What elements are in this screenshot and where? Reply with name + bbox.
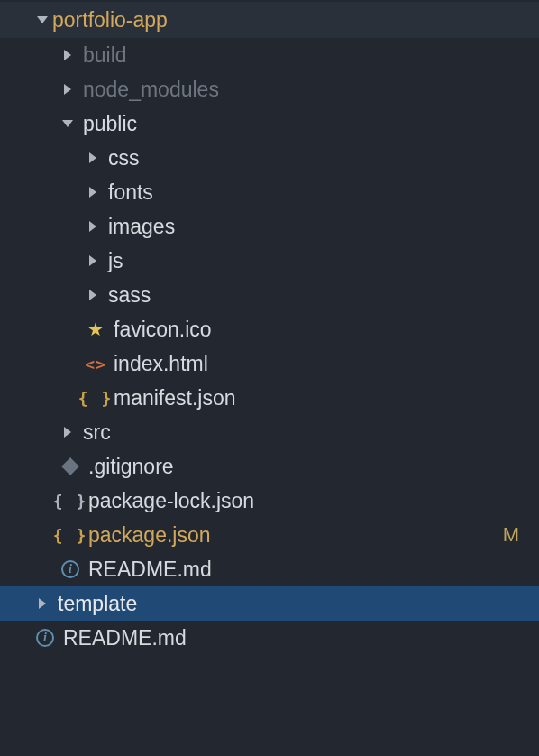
diamond-icon xyxy=(61,457,79,475)
file-label: README.md xyxy=(63,626,187,650)
json-icon: { } xyxy=(78,389,114,408)
chevron-right-icon xyxy=(64,84,71,95)
folder-label: src xyxy=(83,420,111,445)
chevron-right-icon xyxy=(64,427,71,438)
folder-label: css xyxy=(108,146,140,171)
folder-row[interactable]: css xyxy=(0,141,539,175)
file-label: index.html xyxy=(114,352,208,376)
tree-root-row[interactable]: portfolio-app xyxy=(0,2,539,38)
file-row[interactable]: <>index.html xyxy=(0,346,539,381)
folder-label: public xyxy=(83,112,137,136)
folder-label: sass xyxy=(108,283,151,308)
folder-label: js xyxy=(108,249,123,273)
modified-status: M xyxy=(503,523,519,547)
file-row[interactable]: iREADME.md xyxy=(0,621,539,655)
file-row[interactable]: .gitignore xyxy=(0,449,539,484)
chevron-right-icon xyxy=(89,290,96,300)
file-label: package.json xyxy=(88,523,211,548)
folder-label: build xyxy=(83,43,127,68)
json-icon: { } xyxy=(53,492,88,511)
chevron-right-icon xyxy=(89,221,96,232)
file-label: package-lock.json xyxy=(88,489,254,513)
folder-row[interactable]: js xyxy=(0,244,539,278)
file-row[interactable]: ★favicon.ico xyxy=(0,312,539,346)
file-row[interactable]: { }package.jsonM xyxy=(0,518,539,552)
chevron-right-icon xyxy=(64,50,71,60)
file-label: .gitignore xyxy=(88,455,174,479)
file-label: favicon.ico xyxy=(114,318,212,342)
chevron-right-icon xyxy=(89,152,96,163)
chevron-right-icon xyxy=(89,187,96,198)
folder-label: fonts xyxy=(108,180,153,205)
folder-row[interactable]: template xyxy=(0,586,539,621)
info-icon: i xyxy=(61,560,79,578)
file-tree: portfolio-app buildnode_modulespubliccss… xyxy=(0,0,539,655)
folder-row[interactable]: public xyxy=(0,106,539,141)
folder-label: images xyxy=(108,215,175,239)
chevron-right-icon xyxy=(39,598,46,609)
folder-row[interactable]: node_modules xyxy=(0,72,539,106)
info-icon: i xyxy=(36,629,54,647)
folder-row[interactable]: sass xyxy=(0,278,539,312)
folder-label: node_modules xyxy=(83,78,219,102)
folder-row[interactable]: fonts xyxy=(0,175,539,209)
folder-label: template xyxy=(58,592,137,616)
file-label: manifest.json xyxy=(114,386,236,410)
file-label: README.md xyxy=(88,558,212,582)
chevron-down-icon xyxy=(37,16,48,23)
html-icon: <> xyxy=(85,355,106,373)
folder-label: portfolio-app xyxy=(52,8,168,32)
file-row[interactable]: { }package-lock.json xyxy=(0,484,539,518)
folder-row[interactable]: src xyxy=(0,415,539,449)
star-icon: ★ xyxy=(87,320,104,338)
folder-row[interactable]: images xyxy=(0,209,539,244)
json-icon: { } xyxy=(53,526,88,545)
chevron-down-icon xyxy=(62,120,73,127)
file-row[interactable]: iREADME.md xyxy=(0,552,539,586)
file-row[interactable]: { }manifest.json xyxy=(0,381,539,415)
folder-row[interactable]: build xyxy=(0,38,539,72)
chevron-right-icon xyxy=(89,255,96,266)
